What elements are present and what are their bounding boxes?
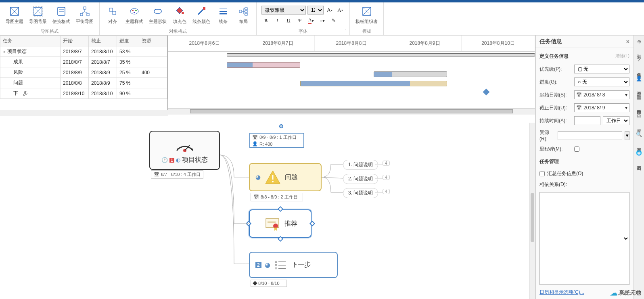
resource-input[interactable] [558,131,622,140]
fill-color-button[interactable]: 填充色 [170,4,189,25]
watermark: ☁ 系统天地 [610,289,641,297]
node-caption: 8/7 - 8/10 : 4 工作日 [151,170,203,179]
line-color-button[interactable]: 线条颜色 [190,4,213,25]
cloud-icon: ☁ [610,289,617,297]
map-theme-button[interactable]: 导图主题 [3,4,26,25]
sub-item[interactable]: 3. 问题说明 [343,188,378,198]
font-size-select[interactable]: 12 [307,6,324,15]
table-row[interactable]: 风险2018/8/92018/8/925 %400 [0,67,167,78]
svg-rect-25 [239,10,242,13]
font-shrink-button[interactable]: A▾ [336,6,345,15]
dependency-select[interactable] [539,192,629,285]
line-style-icon [217,5,230,18]
col-start[interactable]: 开始 [61,36,89,46]
sidebar-item-task[interactable]: 任务信息 [635,68,643,71]
table-row[interactable]: 问题2018/8/82018/8/975 % [0,78,167,88]
layout-button[interactable]: 布局 [234,4,253,25]
theme-style-button[interactable]: 主题样式 [123,4,146,25]
gantt-date: 2018年8月7日 [241,36,315,51]
gantt-hscroll[interactable] [168,108,535,115]
panel-close-button[interactable]: × [626,38,629,45]
end-date-input[interactable]: 2018/ 8/ 9▾ [574,103,629,112]
duration-unit-select[interactable]: 工作日 [603,116,629,125]
sidebar-item-index[interactable]: 索引 [635,49,643,52]
node-caption-risk: 8/9 - 8/9 : 1 工作日 👤R: 400 [249,133,304,148]
sidebar-item-components[interactable]: 导图组件 [635,105,643,108]
node-project-status[interactable]: 🕐 1 ◐ 项目状态 [149,131,220,170]
panel-clear-link[interactable]: 清除(L) [615,53,629,59]
canvas-vscroll[interactable] [529,123,535,299]
col-progress[interactable]: 进度 [117,36,139,46]
task-table[interactable]: 任务 开始 截止 进度 资源 项目状态2018/8/72018/8/1053 %… [0,36,168,116]
sidebar-item-search[interactable]: 搜索 [635,142,643,145]
sidebar-item-library[interactable]: 库 [635,123,643,127]
certificate-icon [263,215,281,232]
index-icon[interactable]: ⊕ [636,38,643,45]
priority-select[interactable]: ▢ 无 [574,65,629,73]
mindmap-canvas[interactable]: 🕐 1 ◐ 项目状态 8/7 - 8/10 : 4 工作日 8/9 - 8/9 … [0,123,535,299]
theme-shape-button[interactable]: 主题形状 [146,4,169,25]
italic-button[interactable]: I [273,16,282,25]
start-date-input[interactable]: 2018/ 8/ 8▾ [574,90,629,99]
table-row[interactable]: 项目状态2018/8/72018/8/1053 % [0,46,167,57]
node-recommend[interactable]: 推荐 [249,209,312,238]
table-row[interactable]: 成果2018/8/72018/8/735 % [0,57,167,67]
theme-style-icon [128,5,141,18]
progress-select[interactable]: ○ 无 [574,77,629,86]
underline-button[interactable]: U [284,16,293,25]
col-task[interactable]: 任务 [0,36,61,46]
priority-badge: 1 [169,158,174,163]
text-align-button[interactable]: ≡▾ [318,16,327,25]
gantt-bar-parent[interactable] [227,53,535,56]
col-end[interactable]: 截止 [89,36,117,46]
gantt-bar[interactable] [374,71,447,77]
search-icon[interactable]: 🔍 [636,131,643,138]
line-style-button[interactable]: 线条 [213,4,233,25]
library-icon[interactable]: 🗂 [636,112,643,119]
font-color-button[interactable]: A▾ [307,16,316,25]
strike-button[interactable]: T [295,16,304,25]
ribbon-group-template: 模板组织者 模板 [350,2,384,35]
template-icon [360,5,373,18]
map-background-button[interactable]: 导图背景 [27,4,49,25]
balance-map-button[interactable]: 平衡导图 [73,4,96,25]
clear-format-button[interactable]: ✎ [329,16,338,25]
svg-point-18 [134,12,135,13]
gantt-pane: 任务 开始 截止 进度 资源 项目状态2018/8/72018/8/1053 %… [0,36,535,116]
sidebar-item-resource[interactable]: 资源 [635,86,643,90]
duration-input[interactable] [574,116,600,125]
bold-button[interactable]: B [261,16,270,25]
task-hscroll[interactable] [0,110,168,116]
table-row[interactable]: 下一步2018/8/102018/8/1090 % [0,88,167,99]
font-family-select[interactable]: 微软雅黑 [261,6,306,15]
font-grow-button[interactable]: A▴ [325,6,334,15]
panel-title: 任务信息 [539,38,562,45]
svg-point-16 [132,10,134,11]
gantt-date: 2018年8月9日 [388,36,462,51]
node-next[interactable]: 2 ◕ 下一步 [249,252,338,278]
template-organizer-button[interactable]: 模板组织者 [353,4,380,25]
gantt-bar[interactable] [300,81,447,86]
components-icon[interactable]: ▦ [636,94,643,101]
resource-icon[interactable]: 👤 [636,75,643,82]
ribbon: 导图主题 导图背景 便笺格式 平衡导图 导图格式 [0,2,644,36]
clock-icon: 🕐 [161,157,168,163]
task-info-icon[interactable]: ✓ [636,56,643,64]
gantt-milestone[interactable] [483,89,489,96]
ribbon-group-font: 微软雅黑 12 A▴ A▾ B I U T A▾ ≡▾ ✎ 字体 [257,2,350,35]
summary-checkbox[interactable] [539,171,545,176]
milestone-checkbox[interactable] [574,146,579,152]
sub-item[interactable]: 2. 问题说明 [343,174,378,184]
sub-item[interactable]: 1. 问题说明 [343,160,378,170]
sub-badge: 4 [383,189,390,194]
svg-rect-10 [84,7,86,9]
col-res[interactable]: 资源 [139,36,167,46]
gantt-chart[interactable]: 2018年8月6日 2018年8月7日 2018年8月8日 2018年8月9日 … [168,36,535,116]
sidebar-item-browser[interactable]: 浏览器 [635,161,643,164]
gantt-bar[interactable] [227,62,300,68]
resource-picker-button[interactable]: ▾ [625,131,629,140]
note-format-button[interactable]: 便笺格式 [50,4,73,25]
align-button[interactable]: 对齐 [103,4,122,25]
browser-icon[interactable]: 🌐 [636,149,643,157]
node-problem[interactable]: ◕ 问题 [249,163,322,191]
